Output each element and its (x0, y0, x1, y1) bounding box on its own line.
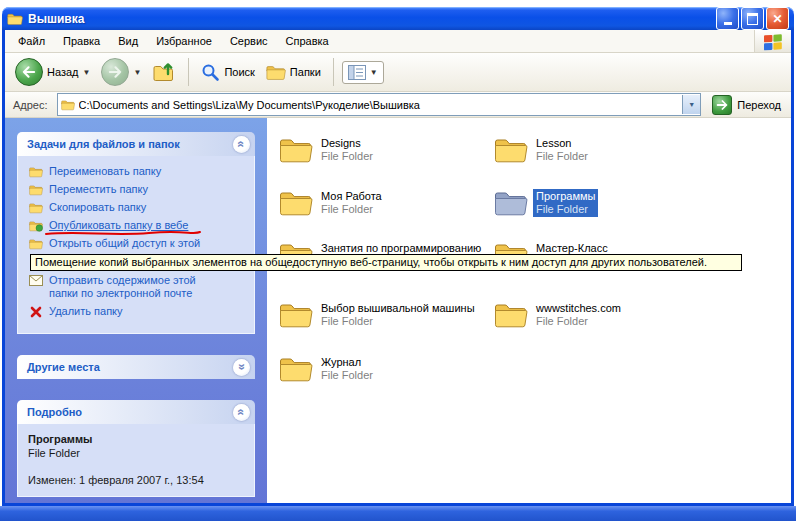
collapse-chevron-icon[interactable]: « (233, 136, 250, 153)
maximize-button[interactable] (741, 7, 764, 30)
menu-edit[interactable]: Правка (54, 32, 109, 50)
task-label: Переместить папку (49, 183, 148, 196)
file-name: Программы (536, 190, 595, 203)
pane-file-tasks-body: Переименовать папку Переместить папку (17, 156, 255, 334)
close-button[interactable]: ✕ (766, 7, 789, 30)
task-move-folder[interactable]: Переместить папку (28, 183, 248, 196)
address-combo[interactable]: C:\Documents and Settings\Liza\My Docume… (57, 93, 702, 116)
folder-share-icon (28, 237, 43, 250)
folder-publish-icon (28, 219, 43, 232)
minimize-button[interactable] (716, 7, 739, 30)
forward-icon (101, 58, 129, 86)
up-button[interactable] (148, 59, 180, 85)
go-button[interactable]: Переход (707, 95, 786, 115)
maximize-icon (747, 13, 758, 25)
pane-details-header[interactable]: Подробно « (17, 400, 255, 424)
file-item-lesson[interactable]: LessonFile Folder (494, 136, 704, 164)
windows-flag-icon (763, 32, 783, 51)
delete-x-icon (28, 305, 43, 318)
task-label: Скопировать папку (49, 201, 146, 214)
toolbar: Назад ▼ ▼ Поиск (5, 53, 791, 92)
pane-other-places-header[interactable]: Другие места « (17, 355, 255, 379)
file-type: File Folder (536, 315, 621, 328)
folder-icon-selected (494, 189, 528, 217)
back-icon (15, 58, 43, 86)
pane-file-tasks: Задачи для файлов и папок « Переименоват… (17, 132, 255, 334)
menu-bar: Файл Правка Вид Избранное Сервис Справка (5, 30, 791, 53)
folder-copy-icon (28, 201, 43, 214)
windows-logo (754, 30, 791, 52)
file-item-vybor-mashiny[interactable]: Выбор вышивальной машиныFile Folder (279, 301, 489, 329)
address-label: Адрес: (10, 99, 51, 111)
folder-icon (279, 301, 313, 329)
views-dropdown-icon: ▼ (370, 68, 378, 77)
task-label: Переименовать папку (49, 165, 161, 178)
task-copy-folder[interactable]: Скопировать папку (28, 201, 248, 214)
forward-button[interactable]: ▼ (97, 56, 145, 88)
folders-icon (266, 64, 286, 81)
file-name: Выбор вышивальной машины (321, 302, 475, 315)
title-bar: Вышивка ✕ (2, 7, 794, 30)
pane-file-tasks-header[interactable]: Задачи для файлов и папок « (17, 132, 255, 156)
folder-icon (494, 301, 528, 329)
menu-file[interactable]: Файл (9, 32, 54, 50)
search-button[interactable]: Поиск (197, 61, 258, 84)
caption-buttons: ✕ (716, 7, 789, 30)
task-publish-folder-web[interactable]: Опубликовать папку в вебе (28, 219, 248, 232)
menu-tools[interactable]: Сервис (221, 32, 277, 50)
file-type: File Folder (321, 315, 475, 328)
folder-icon (279, 355, 313, 383)
menu-help[interactable]: Справка (277, 32, 338, 50)
task-rename-folder[interactable]: Переименовать папку (28, 165, 248, 178)
views-button[interactable]: ▼ (342, 61, 384, 84)
task-label: Удалить папку (49, 305, 123, 318)
file-item-programmy-selected[interactable]: ПрограммыFile Folder (494, 189, 704, 217)
task-delete-folder[interactable]: Удалить папку (28, 305, 248, 318)
folder-up-icon (152, 61, 176, 83)
file-item-zhurnal[interactable]: ЖурналFile Folder (279, 355, 489, 383)
file-name: Журнал (321, 356, 373, 369)
folders-label: Папки (290, 66, 321, 78)
address-dropdown-button[interactable]: ▼ (682, 95, 700, 114)
close-icon: ✕ (772, 13, 782, 25)
menu-view[interactable]: Вид (109, 32, 147, 50)
back-dropdown-icon[interactable]: ▼ (83, 68, 91, 77)
file-item-designs[interactable]: DesignsFile Folder (279, 136, 489, 164)
folder-icon (279, 189, 313, 217)
file-name: Lesson (536, 137, 588, 150)
search-label: Поиск (224, 66, 254, 78)
file-type: File Folder (321, 369, 373, 382)
menu-favorites[interactable]: Избранное (147, 32, 221, 50)
address-input[interactable]: C:\Documents and Settings\Liza\My Docume… (79, 99, 679, 111)
tooltip: Помещение копий выбранных элементов на о… (30, 254, 742, 271)
folder-move-icon (28, 183, 43, 196)
file-item-moya-rabota[interactable]: Моя РаботаFile Folder (279, 189, 489, 217)
files-area[interactable]: DesignsFile Folder LessonFile Folder Моя… (267, 118, 791, 503)
task-label: Отправить содержимое этой папки по элект… (49, 274, 225, 300)
task-label: Открыть общий доступ к этой (49, 237, 200, 250)
views-icon (348, 65, 366, 80)
content-area: Задачи для файлов и папок « Переименоват… (5, 118, 791, 503)
file-type: File Folder (321, 150, 373, 163)
address-folder-icon (61, 99, 75, 111)
minimize-icon (724, 22, 732, 25)
taskbar-strip (0, 506, 796, 521)
back-button[interactable]: Назад ▼ (11, 56, 94, 88)
file-item-wwwstitches[interactable]: wwwstitches.comFile Folder (494, 301, 704, 329)
forward-dropdown-icon: ▼ (133, 68, 141, 77)
window-folder-icon (7, 12, 23, 26)
file-type: File Folder (536, 203, 595, 216)
collapse-chevron-icon[interactable]: « (233, 404, 250, 421)
file-name: Designs (321, 137, 373, 150)
folders-button[interactable]: Папки (262, 62, 325, 83)
task-email-folder[interactable]: Отправить содержимое этой папки по элект… (28, 274, 248, 300)
task-share-folder[interactable]: Открыть общий доступ к этой (28, 237, 248, 250)
folder-rename-icon (28, 165, 43, 178)
go-icon (712, 95, 732, 115)
file-name: Моя Работа (321, 190, 382, 203)
pane-details: Подробно « Программы File Folder Изменен… (17, 400, 255, 497)
file-name: wwwstitches.com (536, 302, 621, 315)
expand-chevron-icon[interactable]: « (233, 359, 250, 376)
address-bar: Адрес: C:\Documents and Settings\Liza\My… (5, 92, 791, 118)
envelope-icon (28, 274, 43, 286)
